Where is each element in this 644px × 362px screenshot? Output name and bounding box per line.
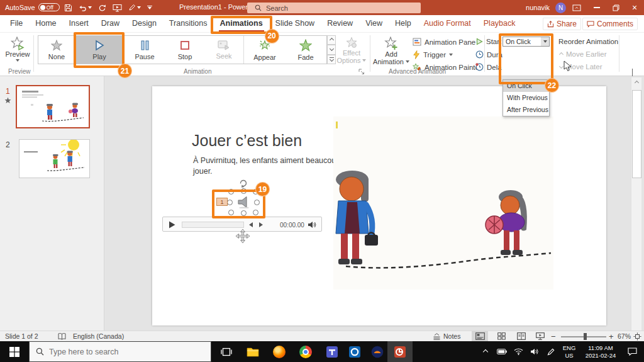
gallery-item-pause[interactable]: Pause [124, 36, 165, 64]
gallery-item-stop[interactable]: Stop [165, 36, 204, 64]
start-dropdown[interactable]: On Click [502, 37, 550, 47]
vertical-scrollbar[interactable] [631, 77, 641, 331]
media-play-button[interactable] [169, 221, 175, 229]
redo-icon[interactable] [98, 4, 106, 12]
tray-expand-button[interactable] [478, 341, 493, 362]
slide-title[interactable]: Jouer c’est bien [192, 132, 302, 150]
language-indicator[interactable]: English (Canada) [73, 331, 124, 341]
tab-transitions[interactable]: Transitions [163, 15, 214, 33]
slide-sorter-button[interactable] [493, 331, 509, 341]
selection-handle[interactable] [253, 210, 258, 215]
close-button[interactable]: × [625, 0, 644, 15]
slideshow-view-button[interactable] [532, 331, 548, 341]
gallery-more-button[interactable] [327, 55, 336, 64]
gallery-item-none[interactable]: None [38, 36, 75, 64]
ribbon-display-options-button[interactable] [566, 0, 587, 15]
scrollbar-up-button[interactable] [631, 77, 642, 88]
animation-sequence-tag[interactable]: 1 [216, 198, 228, 206]
trigger-button[interactable]: Trigger [413, 50, 453, 59]
taskbar-search-input[interactable] [49, 348, 194, 356]
battery-indicator[interactable] [494, 341, 509, 362]
tab-insert[interactable]: Insert [63, 15, 95, 33]
gallery-scroll-down-button[interactable] [327, 45, 336, 54]
action-center-button[interactable] [623, 341, 641, 362]
save-icon[interactable] [64, 4, 72, 12]
titlebar-search-box[interactable]: Search [247, 3, 421, 13]
slide-canvas[interactable]: Jouer c’est bien À Puvirnituq, les enfan… [152, 86, 606, 325]
gallery-item-seek[interactable]: Seek [204, 36, 243, 64]
dropdown-option-on-click[interactable]: On Click [503, 80, 549, 92]
slide-thumbnail-2[interactable] [19, 139, 90, 178]
zoom-out-button[interactable]: − [551, 331, 556, 341]
customize-qat-button[interactable] [147, 6, 152, 9]
reading-view-button[interactable] [513, 331, 530, 341]
gallery-item-appear[interactable]: Appear [244, 36, 286, 64]
firefox-button[interactable] [267, 341, 292, 362]
zoom-in-button[interactable]: + [609, 331, 614, 341]
clock[interactable]: 11:09 AM2021-02-24 [581, 341, 620, 362]
add-animation-button[interactable]: Add Animation [375, 37, 408, 65]
gallery-item-fade[interactable]: Fade [286, 36, 326, 64]
powerpoint-button[interactable] [387, 341, 413, 362]
tab-playback[interactable]: Playback [477, 15, 522, 33]
volume-indicator[interactable] [527, 341, 542, 362]
restore-button[interactable] [606, 0, 625, 15]
animation-pane-button[interactable]: Animation Pane [413, 38, 475, 46]
pen-mode-button[interactable] [128, 4, 141, 11]
slide-thumbnail-1[interactable] [16, 85, 90, 128]
taskbar-search[interactable] [29, 341, 211, 362]
media-volume-button[interactable] [308, 221, 316, 229]
undo-button[interactable] [79, 4, 92, 12]
autosave-toggle[interactable]: AutoSave Off [5, 3, 60, 11]
tab-home[interactable]: Home [29, 15, 62, 33]
comments-button[interactable]: Comments [582, 18, 638, 30]
wifi-indicator[interactable] [511, 341, 526, 362]
minimize-button[interactable] [587, 0, 606, 15]
scrollbar-thumb[interactable] [632, 90, 641, 178]
start-dropdown-caret-button[interactable] [541, 37, 549, 46]
gallery-item-play[interactable]: Play [75, 36, 124, 64]
tab-draw[interactable]: Draw [95, 15, 126, 33]
selection-handle[interactable] [254, 200, 260, 205]
gallery-scroll-up-button[interactable] [327, 35, 336, 45]
media-forward-button[interactable] [258, 222, 264, 227]
spellcheck-button[interactable] [58, 331, 66, 341]
chrome-button[interactable] [293, 341, 318, 362]
selection-handle[interactable] [228, 210, 234, 215]
rotate-handle[interactable] [238, 178, 248, 188]
zoom-slider-thumb[interactable] [584, 333, 587, 340]
selection-handle[interactable] [228, 189, 234, 195]
notes-button[interactable]: Notes [433, 331, 460, 341]
task-view-button[interactable] [214, 341, 239, 362]
tab-animations[interactable]: Animations 20 [214, 15, 269, 33]
file-explorer-button[interactable] [240, 341, 265, 362]
tab-help[interactable]: Help [389, 15, 418, 33]
normal-view-button[interactable] [472, 331, 488, 341]
audio-object[interactable] [231, 192, 255, 212]
preview-button[interactable]: Preview [4, 37, 31, 62]
teams-button[interactable] [319, 341, 345, 362]
tab-design[interactable]: Design [126, 15, 163, 33]
app-circle-button[interactable] [365, 341, 390, 362]
animation-dialog-launcher-icon[interactable] [358, 69, 365, 75]
media-back-button[interactable] [248, 222, 253, 227]
start-presentation-icon[interactable] [113, 4, 122, 12]
media-progress-track[interactable] [182, 222, 244, 228]
avatar[interactable]: N [555, 3, 566, 13]
fit-slide-button[interactable] [631, 331, 643, 341]
move-earlier-button[interactable]: Move Earlier [560, 50, 607, 58]
zoom-level[interactable]: 67% [618, 331, 631, 341]
tab-review[interactable]: Review [321, 15, 359, 33]
start-button[interactable] [0, 341, 29, 362]
tab-audio-format[interactable]: Audio Format [418, 15, 477, 33]
pen-input-indicator[interactable] [543, 341, 558, 362]
effect-options-button[interactable]: Effect Options [337, 37, 366, 64]
outlook-button[interactable] [342, 341, 367, 362]
tab-view[interactable]: View [359, 15, 389, 33]
selection-handle[interactable] [241, 188, 247, 194]
dropdown-option-with-previous[interactable]: With Previous [503, 92, 549, 104]
selection-handle[interactable] [227, 200, 233, 205]
dropdown-option-after-previous[interactable]: After Previous [503, 104, 549, 116]
slide-picture-children-drawing[interactable] [333, 116, 553, 290]
language-tray-indicator[interactable]: ENGUS [560, 341, 579, 362]
